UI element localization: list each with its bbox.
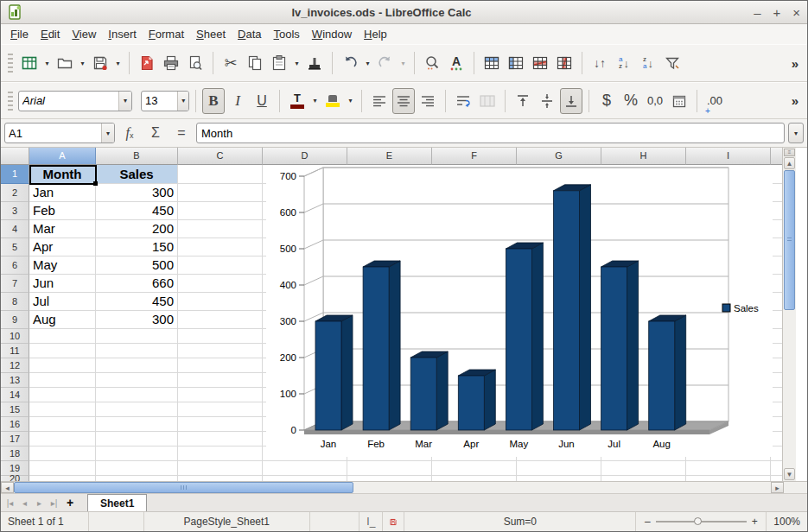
wrap-text-button[interactable] xyxy=(452,88,474,114)
row-header-10[interactable]: 10 xyxy=(1,329,29,344)
menu-item-window[interactable]: Window xyxy=(306,26,358,42)
zoom-slider-track[interactable] xyxy=(656,521,747,522)
chart-bar-jan[interactable] xyxy=(315,315,353,430)
cell-F20[interactable] xyxy=(432,476,517,481)
save-dropdown-caret[interactable]: ▾ xyxy=(113,50,123,76)
font-color-button[interactable]: T xyxy=(286,88,309,114)
copy-button[interactable] xyxy=(244,50,266,76)
cell-A17[interactable] xyxy=(29,432,96,446)
column-header-g[interactable]: G xyxy=(517,148,601,165)
cell-A6[interactable]: May xyxy=(29,256,96,275)
horizontal-scrollbar[interactable]: ◂ ▸ xyxy=(1,481,807,493)
cell-D20[interactable] xyxy=(263,476,347,481)
cell-A19[interactable] xyxy=(29,461,96,476)
cell-partial-17[interactable] xyxy=(771,432,783,446)
cell-partial-6[interactable] xyxy=(771,256,783,275)
cell-B12[interactable] xyxy=(96,358,178,373)
menu-item-edit[interactable]: Edit xyxy=(35,26,66,42)
cell-A7[interactable]: Jun xyxy=(29,275,96,293)
input-line[interactable] xyxy=(196,123,785,143)
cell-C19[interactable] xyxy=(178,461,263,476)
cell-C10[interactable] xyxy=(178,329,263,344)
cell-A14[interactable] xyxy=(29,388,96,402)
undo-button[interactable] xyxy=(339,50,361,76)
redo-button[interactable] xyxy=(374,50,397,76)
menu-item-tools[interactable]: Tools xyxy=(268,26,306,42)
cell-A20[interactable] xyxy=(29,476,96,481)
sort-descending-button[interactable]: za ↓ xyxy=(637,50,659,76)
row-header-6[interactable]: 6 xyxy=(1,256,29,275)
align-right-button[interactable] xyxy=(417,88,439,114)
cell-A1[interactable]: Month xyxy=(29,165,96,184)
zoom-slider-handle[interactable] xyxy=(694,517,702,525)
row-header-7[interactable]: 7 xyxy=(1,275,29,293)
cell-C4[interactable] xyxy=(178,220,263,238)
cell-A9[interactable]: Aug xyxy=(29,311,96,329)
number-format-button[interactable]: 0,0 xyxy=(644,88,666,114)
cell-B11[interactable] xyxy=(96,344,178,358)
menu-item-data[interactable]: Data xyxy=(232,26,267,42)
column-header-a[interactable]: A xyxy=(29,148,96,165)
cut-button[interactable]: ✂ xyxy=(219,50,242,76)
underline-button[interactable]: U xyxy=(251,88,273,114)
scroll-left-button[interactable]: ◂ xyxy=(1,482,14,493)
last-sheet-button[interactable]: ▸| xyxy=(47,494,61,511)
cell-A11[interactable] xyxy=(29,344,96,358)
delete-row-button[interactable] xyxy=(529,50,551,76)
row-header-4[interactable]: 4 xyxy=(1,220,29,238)
spelling-button[interactable]: A xyxy=(445,50,468,76)
cell-A2[interactable]: Jan xyxy=(29,184,96,202)
row-header-3[interactable]: 3 xyxy=(1,202,29,220)
insert-column-before-button[interactable] xyxy=(505,50,527,76)
cell-C2[interactable] xyxy=(178,184,263,202)
italic-button[interactable]: I xyxy=(226,88,249,114)
column-header-f[interactable]: F xyxy=(432,148,517,165)
cell-A10[interactable] xyxy=(29,329,96,344)
font-color-caret[interactable]: ▾ xyxy=(310,88,320,114)
toolbar-grip[interactable] xyxy=(8,92,13,111)
scroll-up-button[interactable]: ▲ xyxy=(784,157,795,169)
cell-C9[interactable] xyxy=(178,311,263,329)
expand-formula-bar-button[interactable]: ▾ xyxy=(788,123,804,143)
cell-C7[interactable] xyxy=(178,275,263,293)
chart-bar-mar[interactable] xyxy=(410,352,448,430)
cell-B14[interactable] xyxy=(96,388,178,402)
new-spreadsheet-button[interactable] xyxy=(18,50,41,76)
minimize-button[interactable]: – xyxy=(754,6,760,19)
menu-item-insert[interactable]: Insert xyxy=(102,26,143,42)
row-header-14[interactable]: 14 xyxy=(1,388,29,402)
cell-B3[interactable]: 450 xyxy=(96,202,178,220)
cell-A8[interactable]: Jul xyxy=(29,293,96,311)
column-header-b[interactable]: B xyxy=(96,148,178,165)
chart-bar-aug[interactable] xyxy=(649,315,686,430)
row-header-9[interactable]: 9 xyxy=(1,311,29,329)
cell-B7[interactable]: 660 xyxy=(96,275,178,293)
insert-row-above-button[interactable] xyxy=(480,50,503,76)
cell-partial-12[interactable] xyxy=(771,358,783,373)
selection-sum[interactable]: Sum=0 xyxy=(404,512,636,531)
cell-C18[interactable] xyxy=(178,446,263,461)
cell-B5[interactable]: 150 xyxy=(96,238,178,256)
column-header-i[interactable]: I xyxy=(686,148,771,165)
cell-A5[interactable]: Apr xyxy=(29,238,96,256)
sum-button[interactable]: Σ xyxy=(144,122,167,144)
cell-partial-11[interactable] xyxy=(771,344,783,358)
cell-B13[interactable] xyxy=(96,373,178,388)
menu-item-format[interactable]: Format xyxy=(143,26,190,42)
column-header-c[interactable]: C xyxy=(178,148,263,165)
cell-I19[interactable] xyxy=(686,461,771,476)
close-button[interactable]: × xyxy=(792,6,800,19)
row-header-5[interactable]: 5 xyxy=(1,238,29,256)
font-size-caret[interactable]: ▾ xyxy=(177,92,188,111)
cell-C6[interactable] xyxy=(178,256,263,275)
page-style[interactable]: PageStyle_Sheet1 xyxy=(144,512,310,531)
cell-partial-4[interactable] xyxy=(771,220,783,238)
first-sheet-button[interactable]: |◂ xyxy=(3,494,17,511)
cell-A4[interactable]: Mar xyxy=(29,220,96,238)
font-size-input[interactable] xyxy=(142,92,177,110)
menu-item-help[interactable]: Help xyxy=(358,26,393,42)
cell-B1[interactable]: Sales xyxy=(96,165,178,184)
cell-C13[interactable] xyxy=(178,373,263,388)
chart-legend[interactable]: Sales xyxy=(722,303,759,314)
cell-D19[interactable] xyxy=(263,461,347,476)
